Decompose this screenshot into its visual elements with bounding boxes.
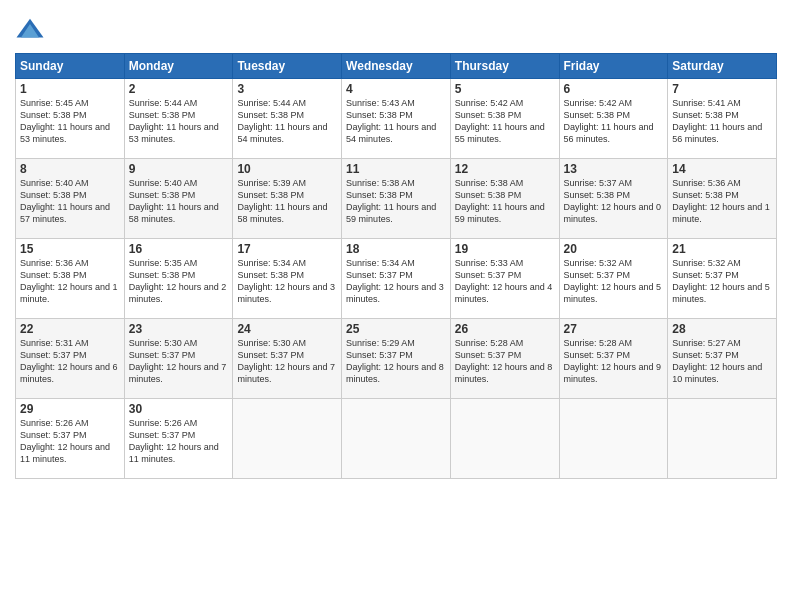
day-number: 23 [129,322,229,336]
day-number: 19 [455,242,555,256]
day-number: 26 [455,322,555,336]
day-number: 17 [237,242,337,256]
day-info: Sunrise: 5:43 AMSunset: 5:38 PMDaylight:… [346,98,436,144]
empty-cell [668,399,777,479]
day-cell-6: 6Sunrise: 5:42 AMSunset: 5:38 PMDaylight… [559,79,668,159]
day-info: Sunrise: 5:44 AMSunset: 5:38 PMDaylight:… [129,98,219,144]
day-number: 27 [564,322,664,336]
day-cell-12: 12Sunrise: 5:38 AMSunset: 5:38 PMDayligh… [450,159,559,239]
week-row-3: 15Sunrise: 5:36 AMSunset: 5:38 PMDayligh… [16,239,777,319]
day-info: Sunrise: 5:41 AMSunset: 5:38 PMDaylight:… [672,98,762,144]
day-number: 9 [129,162,229,176]
day-info: Sunrise: 5:30 AMSunset: 5:37 PMDaylight:… [237,338,335,384]
week-row-2: 8Sunrise: 5:40 AMSunset: 5:38 PMDaylight… [16,159,777,239]
col-header-monday: Monday [124,54,233,79]
day-number: 2 [129,82,229,96]
day-cell-27: 27Sunrise: 5:28 AMSunset: 5:37 PMDayligh… [559,319,668,399]
empty-cell [559,399,668,479]
day-number: 24 [237,322,337,336]
day-cell-2: 2Sunrise: 5:44 AMSunset: 5:38 PMDaylight… [124,79,233,159]
day-cell-11: 11Sunrise: 5:38 AMSunset: 5:38 PMDayligh… [342,159,451,239]
day-info: Sunrise: 5:45 AMSunset: 5:38 PMDaylight:… [20,98,110,144]
day-cell-24: 24Sunrise: 5:30 AMSunset: 5:37 PMDayligh… [233,319,342,399]
day-cell-28: 28Sunrise: 5:27 AMSunset: 5:37 PMDayligh… [668,319,777,399]
col-header-sunday: Sunday [16,54,125,79]
day-cell-25: 25Sunrise: 5:29 AMSunset: 5:37 PMDayligh… [342,319,451,399]
day-info: Sunrise: 5:42 AMSunset: 5:38 PMDaylight:… [564,98,654,144]
day-number: 22 [20,322,120,336]
calendar-table: SundayMondayTuesdayWednesdayThursdayFrid… [15,53,777,479]
day-cell-1: 1Sunrise: 5:45 AMSunset: 5:38 PMDaylight… [16,79,125,159]
day-info: Sunrise: 5:44 AMSunset: 5:38 PMDaylight:… [237,98,327,144]
day-number: 8 [20,162,120,176]
day-cell-22: 22Sunrise: 5:31 AMSunset: 5:37 PMDayligh… [16,319,125,399]
day-info: Sunrise: 5:28 AMSunset: 5:37 PMDaylight:… [564,338,662,384]
day-number: 14 [672,162,772,176]
empty-cell [450,399,559,479]
day-cell-10: 10Sunrise: 5:39 AMSunset: 5:38 PMDayligh… [233,159,342,239]
day-info: Sunrise: 5:34 AMSunset: 5:38 PMDaylight:… [237,258,335,304]
day-number: 20 [564,242,664,256]
day-info: Sunrise: 5:31 AMSunset: 5:37 PMDaylight:… [20,338,118,384]
day-cell-17: 17Sunrise: 5:34 AMSunset: 5:38 PMDayligh… [233,239,342,319]
day-cell-9: 9Sunrise: 5:40 AMSunset: 5:38 PMDaylight… [124,159,233,239]
day-cell-20: 20Sunrise: 5:32 AMSunset: 5:37 PMDayligh… [559,239,668,319]
day-cell-4: 4Sunrise: 5:43 AMSunset: 5:38 PMDaylight… [342,79,451,159]
day-info: Sunrise: 5:42 AMSunset: 5:38 PMDaylight:… [455,98,545,144]
day-cell-29: 29Sunrise: 5:26 AMSunset: 5:37 PMDayligh… [16,399,125,479]
empty-cell [233,399,342,479]
day-cell-15: 15Sunrise: 5:36 AMSunset: 5:38 PMDayligh… [16,239,125,319]
day-number: 5 [455,82,555,96]
day-info: Sunrise: 5:29 AMSunset: 5:37 PMDaylight:… [346,338,444,384]
day-info: Sunrise: 5:32 AMSunset: 5:37 PMDaylight:… [672,258,770,304]
day-number: 25 [346,322,446,336]
day-number: 29 [20,402,120,416]
day-cell-8: 8Sunrise: 5:40 AMSunset: 5:38 PMDaylight… [16,159,125,239]
day-cell-13: 13Sunrise: 5:37 AMSunset: 5:38 PMDayligh… [559,159,668,239]
day-cell-7: 7Sunrise: 5:41 AMSunset: 5:38 PMDaylight… [668,79,777,159]
day-info: Sunrise: 5:33 AMSunset: 5:37 PMDaylight:… [455,258,553,304]
header-row: SundayMondayTuesdayWednesdayThursdayFrid… [16,54,777,79]
day-number: 30 [129,402,229,416]
logo-icon [15,15,45,45]
header [15,10,777,45]
day-number: 18 [346,242,446,256]
week-row-5: 29Sunrise: 5:26 AMSunset: 5:37 PMDayligh… [16,399,777,479]
day-number: 11 [346,162,446,176]
day-number: 10 [237,162,337,176]
day-cell-5: 5Sunrise: 5:42 AMSunset: 5:38 PMDaylight… [450,79,559,159]
day-info: Sunrise: 5:35 AMSunset: 5:38 PMDaylight:… [129,258,227,304]
day-info: Sunrise: 5:27 AMSunset: 5:37 PMDaylight:… [672,338,762,384]
day-info: Sunrise: 5:34 AMSunset: 5:37 PMDaylight:… [346,258,444,304]
day-cell-16: 16Sunrise: 5:35 AMSunset: 5:38 PMDayligh… [124,239,233,319]
day-cell-21: 21Sunrise: 5:32 AMSunset: 5:37 PMDayligh… [668,239,777,319]
day-number: 13 [564,162,664,176]
col-header-saturday: Saturday [668,54,777,79]
day-number: 7 [672,82,772,96]
day-cell-14: 14Sunrise: 5:36 AMSunset: 5:38 PMDayligh… [668,159,777,239]
col-header-wednesday: Wednesday [342,54,451,79]
day-cell-18: 18Sunrise: 5:34 AMSunset: 5:37 PMDayligh… [342,239,451,319]
day-info: Sunrise: 5:38 AMSunset: 5:38 PMDaylight:… [455,178,545,224]
week-row-4: 22Sunrise: 5:31 AMSunset: 5:37 PMDayligh… [16,319,777,399]
day-number: 1 [20,82,120,96]
day-info: Sunrise: 5:36 AMSunset: 5:38 PMDaylight:… [672,178,770,224]
day-number: 4 [346,82,446,96]
day-number: 6 [564,82,664,96]
day-info: Sunrise: 5:37 AMSunset: 5:38 PMDaylight:… [564,178,662,224]
day-cell-19: 19Sunrise: 5:33 AMSunset: 5:37 PMDayligh… [450,239,559,319]
week-row-1: 1Sunrise: 5:45 AMSunset: 5:38 PMDaylight… [16,79,777,159]
day-cell-23: 23Sunrise: 5:30 AMSunset: 5:37 PMDayligh… [124,319,233,399]
day-info: Sunrise: 5:26 AMSunset: 5:37 PMDaylight:… [20,418,110,464]
day-info: Sunrise: 5:28 AMSunset: 5:37 PMDaylight:… [455,338,553,384]
logo [15,15,49,45]
day-info: Sunrise: 5:40 AMSunset: 5:38 PMDaylight:… [129,178,219,224]
col-header-thursday: Thursday [450,54,559,79]
day-number: 15 [20,242,120,256]
day-cell-30: 30Sunrise: 5:26 AMSunset: 5:37 PMDayligh… [124,399,233,479]
day-cell-26: 26Sunrise: 5:28 AMSunset: 5:37 PMDayligh… [450,319,559,399]
day-info: Sunrise: 5:30 AMSunset: 5:37 PMDaylight:… [129,338,227,384]
day-number: 21 [672,242,772,256]
day-info: Sunrise: 5:32 AMSunset: 5:37 PMDaylight:… [564,258,662,304]
page-container: SundayMondayTuesdayWednesdayThursdayFrid… [0,0,792,489]
